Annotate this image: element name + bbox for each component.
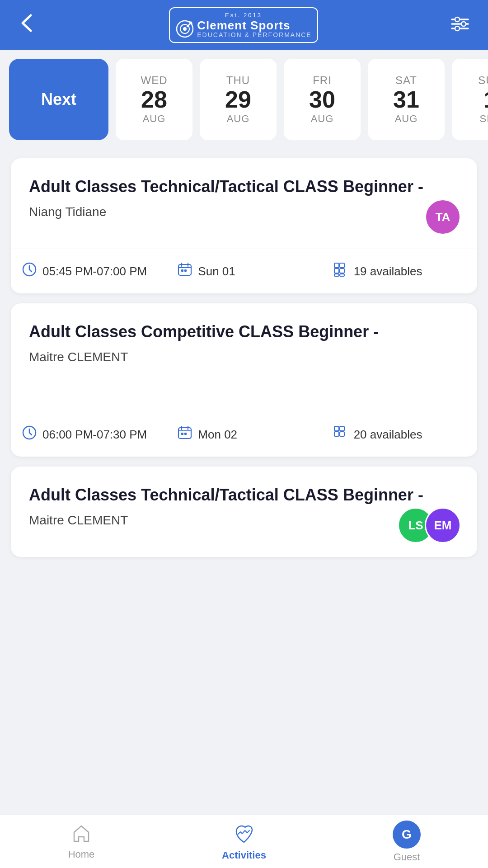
home-icon <box>71 823 92 846</box>
nav-guest-label: Guest <box>394 851 420 863</box>
class-card-2[interactable]: Adult Classes Competitive CLASS Beginner… <box>11 303 477 457</box>
svg-rect-25 <box>340 274 344 276</box>
nav-activities[interactable]: Activities <box>208 822 280 861</box>
footer-avail-1: 19 availables <box>322 249 477 293</box>
card-title-2: Adult Classes Competitive CLASS Beginner… <box>29 321 459 343</box>
card-title-1: Adult Classes Technical/Tactical CLASS B… <box>29 176 459 198</box>
date-strip: Next WED 28 AUG THU 29 AUG FRI 30 AUG SA… <box>0 50 488 149</box>
svg-rect-24 <box>334 274 339 276</box>
date-card-fri[interactable]: FRI 30 AUG <box>284 59 361 140</box>
date-card-sat[interactable]: SAT 31 AUG <box>368 59 445 140</box>
nav-home[interactable]: Home <box>45 823 117 860</box>
calendar-icon-2 <box>177 425 192 444</box>
back-button[interactable] <box>16 12 39 38</box>
card-instructor-1: Niang Tidiane <box>29 205 459 219</box>
calendar-icon-1 <box>177 262 192 281</box>
date-card-wed[interactable]: WED 28 AUG <box>116 59 192 140</box>
svg-rect-35 <box>334 432 339 436</box>
date-card-thu[interactable]: THU 29 AUG <box>200 59 277 140</box>
svg-point-10 <box>455 17 460 22</box>
svg-point-2 <box>183 27 187 31</box>
footer-date-2: Mon 02 <box>166 412 322 457</box>
header-logo: Est. 2013 Clement Sports EDUCATION & PER… <box>169 7 318 43</box>
class-card-1[interactable]: Adult Classes Technical/Tactical CLASS B… <box>11 158 477 293</box>
card-body-1: Adult Classes Technical/Tactical CLASS B… <box>11 158 477 249</box>
svg-rect-31 <box>181 433 183 435</box>
bottom-nav: Home Activities G Guest <box>0 815 488 868</box>
card-instructor-2: Maitre CLEMENT <box>29 350 459 364</box>
svg-rect-21 <box>340 263 344 268</box>
app-header: Est. 2013 Clement Sports EDUCATION & PER… <box>0 0 488 50</box>
footer-avail-2: 20 availables <box>322 412 477 457</box>
guest-avatar: G <box>393 821 421 849</box>
footer-date-1: Sun 01 <box>166 249 322 293</box>
date-card-sun[interactable]: SUN 1 SEP <box>452 59 488 140</box>
card-footer-2: 06:00 PM-07:30 PM Mon 02 <box>11 412 477 457</box>
svg-rect-20 <box>334 263 339 268</box>
activities-icon <box>233 822 255 847</box>
avatar-em: EM <box>425 507 461 543</box>
svg-rect-22 <box>334 269 339 273</box>
nav-guest[interactable]: G Guest <box>371 821 443 863</box>
avatar-group-1: TA <box>425 199 461 235</box>
footer-time-1: 05:45 PM-07:00 PM <box>11 249 166 293</box>
svg-rect-34 <box>340 426 344 431</box>
grid-icon-1 <box>333 262 348 281</box>
avatar-ta: TA <box>425 199 461 235</box>
clock-icon-2 <box>22 425 37 444</box>
class-card-3[interactable]: Adult Classes Technical/Tactical CLASS B… <box>11 467 477 557</box>
clock-icon-1 <box>22 262 37 281</box>
card-body-3: Adult Classes Technical/Tactical CLASS B… <box>11 467 477 557</box>
svg-line-6 <box>189 22 192 22</box>
svg-rect-32 <box>184 433 187 435</box>
grid-icon-2 <box>333 425 348 444</box>
brand-name: Clement Sports <box>197 19 311 31</box>
class-cards-container: Adult Classes Technical/Tactical CLASS B… <box>0 149 488 611</box>
brand-sub: EDUCATION & PERFORMANCE <box>197 31 311 38</box>
card-footer-1: 05:45 PM-07:00 PM Sun 01 <box>11 249 477 293</box>
card-title-3: Adult Classes Technical/Tactical CLASS B… <box>29 485 459 506</box>
card-body-2: Adult Classes Competitive CLASS Beginner… <box>11 303 477 412</box>
avatar-group-3: LS EM <box>398 507 461 543</box>
svg-rect-18 <box>181 269 183 272</box>
svg-rect-19 <box>184 269 187 272</box>
next-button[interactable]: Next <box>9 59 108 140</box>
settings-button[interactable] <box>448 12 472 38</box>
card-instructor-3: Maitre CLEMENT <box>29 513 459 528</box>
svg-point-12 <box>455 26 460 31</box>
svg-rect-36 <box>340 432 344 436</box>
nav-home-label: Home <box>68 849 95 860</box>
nav-activities-label: Activities <box>222 849 266 861</box>
svg-rect-33 <box>334 426 339 431</box>
footer-time-2: 06:00 PM-07:30 PM <box>11 412 166 457</box>
svg-point-11 <box>461 22 466 26</box>
svg-rect-23 <box>340 269 344 273</box>
